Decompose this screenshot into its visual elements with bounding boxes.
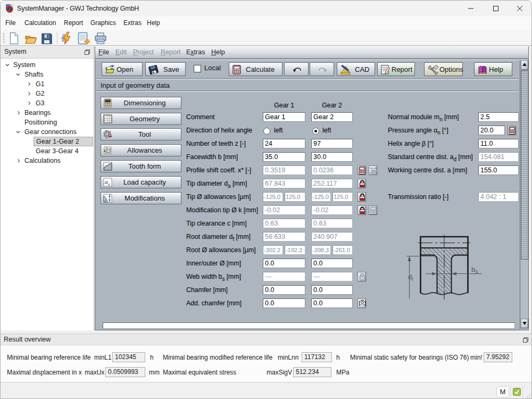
svg-text:di: di	[408, 273, 413, 282]
svg-text:x: x	[107, 182, 110, 187]
svg-text:bs: bs	[471, 265, 478, 275]
